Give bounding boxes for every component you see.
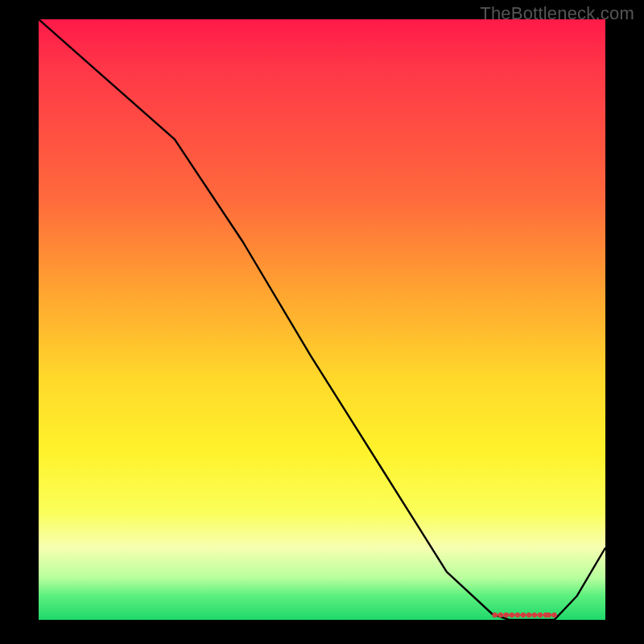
optimal-marker-dot bbox=[526, 613, 531, 617]
optimal-marker-dot bbox=[521, 613, 526, 617]
optimal-marker-dot bbox=[538, 613, 543, 617]
optimal-marker-dot bbox=[510, 613, 514, 617]
optimal-region-markers bbox=[493, 613, 557, 617]
bottleneck-curve-line bbox=[39, 19, 605, 620]
watermark-text: TheBottleneck.com bbox=[480, 3, 634, 24]
optimal-marker-dot bbox=[532, 613, 537, 617]
optimal-marker-dot bbox=[493, 613, 497, 617]
optimal-marker-dot bbox=[498, 613, 503, 617]
optimal-marker-dot bbox=[546, 613, 551, 617]
optimal-marker-dot bbox=[504, 613, 509, 617]
plot-area bbox=[39, 19, 605, 620]
optimal-marker-dot bbox=[551, 613, 556, 617]
chart-frame: TheBottleneck.com bbox=[0, 0, 644, 644]
optimal-marker-dot bbox=[515, 613, 520, 617]
chart-svg bbox=[39, 19, 605, 620]
